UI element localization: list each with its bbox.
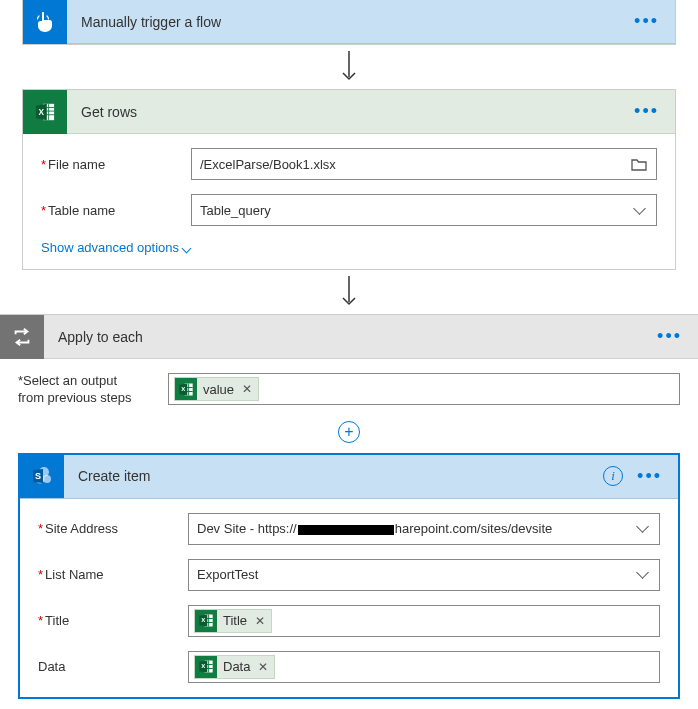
- chevron-down-icon: [630, 208, 648, 213]
- redacted-text: [298, 525, 394, 535]
- title-field-input[interactable]: X Title ✕: [188, 605, 660, 637]
- get-rows-body: *File name /ExcelParse/Book1.xlsx *Table…: [23, 134, 675, 269]
- create-item-body: *Site Address Dev Site - https://harepoi…: [20, 499, 678, 697]
- table-name-label: *Table name: [41, 203, 191, 218]
- get-rows-card: X Get rows ••• *File name /ExcelParse/Bo…: [22, 89, 676, 270]
- manual-trigger-icon: [23, 0, 67, 44]
- excel-icon: X: [195, 610, 217, 632]
- apply-to-each-card: Apply to each ••• *Select an output from…: [0, 314, 698, 699]
- foreach-icon: [0, 315, 44, 359]
- token-remove-icon[interactable]: ✕: [258, 660, 268, 674]
- svg-text:X: X: [201, 618, 205, 624]
- create-item-header[interactable]: S Create item i •••: [20, 455, 678, 499]
- site-address-label: *Site Address: [38, 521, 188, 536]
- trigger-card: Manually trigger a flow •••: [22, 0, 676, 45]
- create-item-title: Create item: [64, 468, 603, 484]
- show-advanced-link[interactable]: Show advanced options: [41, 240, 190, 255]
- chevron-down-icon: [633, 572, 651, 577]
- list-name-label: *List Name: [38, 567, 188, 582]
- get-rows-menu-button[interactable]: •••: [628, 101, 665, 122]
- select-output-input[interactable]: X value ✕: [168, 373, 680, 405]
- add-step-row: +: [0, 421, 698, 443]
- token-remove-icon[interactable]: ✕: [242, 382, 252, 396]
- title-token[interactable]: X Title ✕: [194, 609, 272, 633]
- apply-body: *Select an output from previous steps X: [0, 359, 698, 413]
- svg-text:X: X: [201, 664, 205, 670]
- get-rows-title: Get rows: [67, 104, 628, 120]
- data-field-label: Data: [38, 659, 188, 674]
- apply-menu-button[interactable]: •••: [651, 326, 688, 347]
- select-output-label: *Select an output from previous steps: [18, 373, 168, 407]
- svg-text:X: X: [181, 386, 185, 392]
- sharepoint-icon: S: [20, 454, 64, 498]
- trigger-menu-button[interactable]: •••: [628, 11, 665, 32]
- excel-icon: X: [175, 378, 197, 400]
- flow-arrow: [0, 49, 698, 85]
- table-name-select[interactable]: Table_query: [191, 194, 657, 226]
- chevron-down-icon: [633, 526, 651, 531]
- svg-text:S: S: [35, 471, 41, 481]
- add-step-button[interactable]: +: [338, 421, 360, 443]
- title-field-label: *Title: [38, 613, 188, 628]
- site-address-select[interactable]: Dev Site - https://harepoint.com/sites/d…: [188, 513, 660, 545]
- excel-icon: X: [195, 656, 217, 678]
- token-remove-icon[interactable]: ✕: [255, 614, 265, 628]
- file-name-input[interactable]: /ExcelParse/Book1.xlsx: [191, 148, 657, 180]
- list-name-select[interactable]: ExportTest: [188, 559, 660, 591]
- apply-header[interactable]: Apply to each •••: [0, 315, 698, 359]
- info-icon[interactable]: i: [603, 466, 623, 486]
- excel-icon: X: [23, 90, 67, 134]
- flow-arrow: [0, 274, 698, 310]
- folder-picker-icon[interactable]: [630, 157, 648, 171]
- svg-text:X: X: [39, 107, 45, 116]
- value-token[interactable]: X value ✕: [174, 377, 259, 401]
- file-name-label: *File name: [41, 157, 191, 172]
- trigger-title: Manually trigger a flow: [67, 14, 628, 30]
- create-item-menu-button[interactable]: •••: [631, 466, 668, 487]
- data-token[interactable]: X Data ✕: [194, 655, 275, 679]
- get-rows-header[interactable]: X Get rows •••: [23, 90, 675, 134]
- create-item-card: S Create item i ••• *Site Address Dev Si…: [18, 453, 680, 699]
- apply-title: Apply to each: [44, 329, 651, 345]
- trigger-header[interactable]: Manually trigger a flow •••: [23, 0, 675, 44]
- data-field-input[interactable]: X Data ✕: [188, 651, 660, 683]
